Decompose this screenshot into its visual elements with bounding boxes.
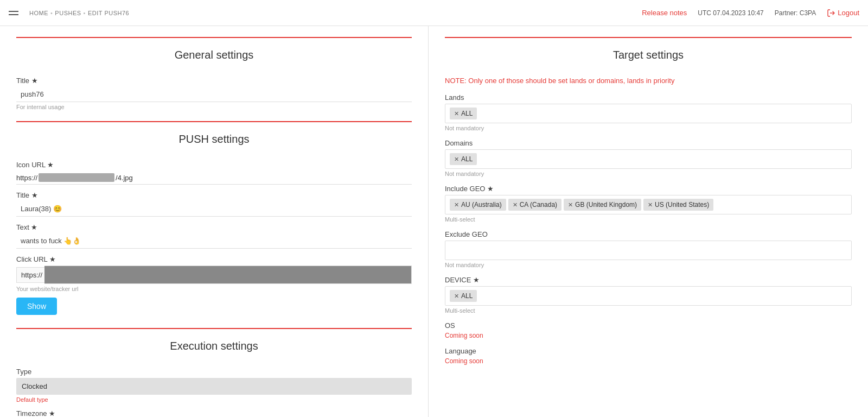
domains-hint: Not mandatory xyxy=(445,170,852,177)
title-label: Title ★ xyxy=(16,77,412,85)
lands-tag-container[interactable]: ✕ ALL xyxy=(445,104,852,123)
execution-settings-divider xyxy=(16,328,412,329)
icon-url-blurred xyxy=(39,173,114,182)
exclude-geo-label: Exclude GEO xyxy=(445,230,852,238)
os-label: OS xyxy=(445,321,852,330)
geo-tag-gb-label: GB (United Kingdom) xyxy=(575,201,637,208)
breadcrumb-sep2: • xyxy=(84,10,86,16)
device-tag-all-remove[interactable]: ✕ xyxy=(454,293,459,300)
geo-tag-us[interactable]: ✕ US (United States) xyxy=(643,199,713,211)
click-url-label: Click URL ★ xyxy=(16,255,412,263)
domains-tag-all-remove[interactable]: ✕ xyxy=(454,156,459,163)
device-tag-all[interactable]: ✕ ALL xyxy=(450,290,477,302)
lands-tag-all[interactable]: ✕ ALL xyxy=(450,108,477,119)
type-label: Type xyxy=(16,368,412,376)
geo-tag-gb[interactable]: ✕ GB (United Kingdom) xyxy=(564,199,641,211)
title-value: push76 xyxy=(16,87,412,102)
push-title-label: Title ★ xyxy=(16,191,412,199)
header: HOME • PUSHES • EDIT PUSH76 Release note… xyxy=(0,0,868,26)
breadcrumb-sep1: • xyxy=(50,10,53,16)
header-right: Release notes UTC 07.04.2023 10:47 Partn… xyxy=(642,9,859,17)
header-time: UTC 07.04.2023 10:47 xyxy=(698,9,763,17)
geo-tag-gb-remove[interactable]: ✕ xyxy=(568,201,573,208)
include-geo-hint: Multi-select xyxy=(445,216,852,223)
general-settings-title: General settings xyxy=(16,49,412,66)
hamburger-menu[interactable] xyxy=(9,11,18,15)
type-hint: Default type xyxy=(16,396,412,403)
breadcrumb: HOME • PUSHES • EDIT PUSH76 xyxy=(29,10,129,16)
domains-tag-container[interactable]: ✕ ALL xyxy=(445,149,852,169)
click-url-hint: Your website/tracker url xyxy=(16,286,412,292)
breadcrumb-edit: EDIT PUSH76 xyxy=(88,10,129,16)
logout-label: Logout xyxy=(838,9,859,17)
device-label: DEVICE ★ xyxy=(445,276,852,284)
geo-tag-us-remove[interactable]: ✕ xyxy=(648,201,653,208)
breadcrumb-pushes[interactable]: PUSHES xyxy=(55,10,81,16)
logout-icon xyxy=(827,9,835,17)
right-panel: Target settings NOTE: Only one of those … xyxy=(429,26,868,417)
push-title-value: Laura(38) 😊 xyxy=(16,201,412,217)
header-left: HOME • PUSHES • EDIT PUSH76 xyxy=(9,10,642,16)
text-value: wants to fuck 👆👌 xyxy=(16,233,412,249)
language-coming-soon: Coming soon xyxy=(445,357,852,365)
include-geo-label: Include GEO ★ xyxy=(445,185,852,193)
target-settings-note: NOTE: Only one of those should be set la… xyxy=(445,77,852,85)
show-button[interactable]: Show xyxy=(16,298,57,315)
target-settings-divider xyxy=(445,37,852,38)
main-content: General settings Title ★ push76 For inte… xyxy=(0,26,868,417)
os-coming-soon: Coming soon xyxy=(445,332,852,339)
device-hint: Multi-select xyxy=(445,307,852,314)
title-hint: For internal usage xyxy=(16,104,412,110)
breadcrumb-home[interactable]: HOME xyxy=(29,10,48,16)
domains-tag-all[interactable]: ✕ ALL xyxy=(450,153,477,165)
push-settings-divider xyxy=(16,121,412,122)
text-label: Text ★ xyxy=(16,223,412,231)
click-url-blurred[interactable] xyxy=(44,266,412,284)
lands-label: Lands xyxy=(445,93,852,102)
general-settings-divider xyxy=(16,37,412,38)
header-partner: Partner: C3PA xyxy=(775,9,816,17)
type-value: Clocked xyxy=(16,378,412,395)
device-tag-all-label: ALL xyxy=(461,292,473,300)
lands-tag-all-label: ALL xyxy=(461,110,473,117)
click-url-prefix: https:// xyxy=(16,267,44,283)
click-url-container: https:// xyxy=(16,266,412,284)
geo-tag-ca-label: CA (Canada) xyxy=(520,201,557,208)
geo-tag-au[interactable]: ✕ AU (Australia) xyxy=(450,199,506,211)
lands-hint: Not mandatory xyxy=(445,125,852,131)
logout-button[interactable]: Logout xyxy=(827,9,859,17)
exclude-geo-hint: Not mandatory xyxy=(445,262,852,268)
timezone-label: Timezone ★ xyxy=(16,409,412,417)
geo-tag-ca[interactable]: ✕ CA (Canada) xyxy=(508,199,561,211)
icon-url-prefix: https:// xyxy=(16,174,37,182)
device-tag-container[interactable]: ✕ ALL xyxy=(445,286,852,306)
geo-tag-us-label: US (United States) xyxy=(655,201,709,208)
icon-url-suffix: /4.jpg xyxy=(116,174,133,182)
exclude-geo-input[interactable] xyxy=(445,241,852,260)
lands-tag-all-remove[interactable]: ✕ xyxy=(454,110,459,117)
geo-tag-au-label: AU (Australia) xyxy=(461,201,502,208)
language-label: Language xyxy=(445,347,852,355)
geo-tag-ca-remove[interactable]: ✕ xyxy=(513,201,518,208)
geo-tag-au-remove[interactable]: ✕ xyxy=(454,201,459,208)
execution-settings-title: Execution settings xyxy=(16,340,412,357)
left-panel: General settings Title ★ push76 For inte… xyxy=(0,26,429,417)
release-notes-link[interactable]: Release notes xyxy=(642,9,687,17)
include-geo-tag-container[interactable]: ✕ AU (Australia) ✕ CA (Canada) ✕ GB (Uni… xyxy=(445,195,852,214)
domains-label: Domains xyxy=(445,139,852,147)
push-settings-title: PUSH settings xyxy=(16,133,412,150)
domains-tag-all-label: ALL xyxy=(461,155,473,163)
icon-url-label: Icon URL ★ xyxy=(16,161,412,169)
target-settings-title: Target settings xyxy=(445,49,852,66)
